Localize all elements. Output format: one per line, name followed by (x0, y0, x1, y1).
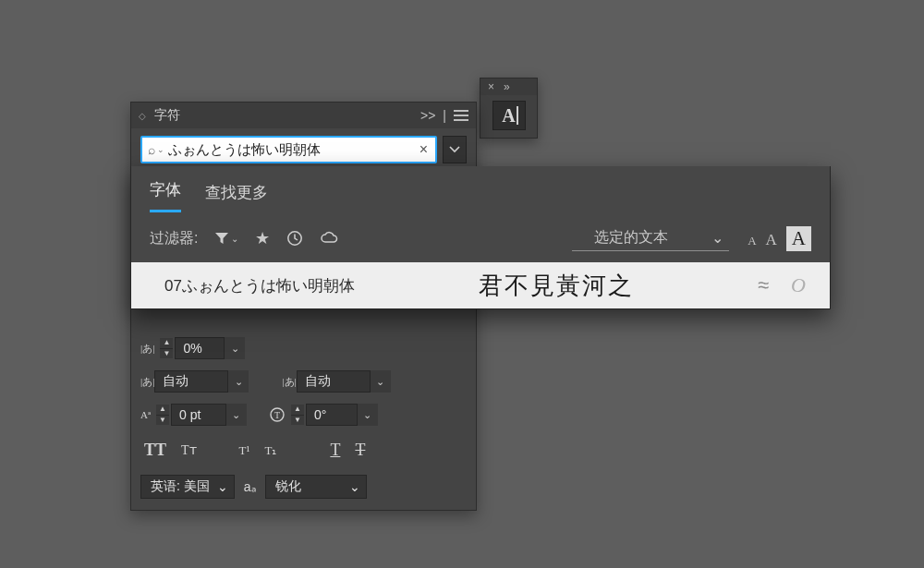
antialias-value: 锐化 (275, 478, 301, 495)
tab-find-more[interactable]: 查找更多 (205, 182, 268, 212)
antialias-select[interactable]: 锐化 ⌄ (265, 475, 367, 499)
tracking-menu[interactable]: ⌄ (371, 370, 391, 393)
kerning-icon: |あ| (140, 375, 154, 389)
collapse-icon[interactable]: >> (420, 108, 435, 123)
baseline-shift-control[interactable]: Aª ▲▼ 0 pt ⌄ (140, 404, 247, 426)
chevron-down-icon: ⌄ (711, 229, 723, 247)
kerning-value[interactable]: 自动 (154, 370, 228, 393)
preview-size-buttons: A A A (748, 226, 811, 251)
tool-letter: A (502, 105, 515, 127)
rotation-control[interactable]: T ▲▼ 0° ⌄ (269, 404, 378, 426)
chevron-down-icon: ⌄ (349, 479, 360, 494)
rotation-stepper[interactable]: ▲▼ (291, 405, 304, 425)
font-result-preview: 君不見黃河之 (479, 270, 730, 302)
language-value: 英语: 美国 (151, 478, 210, 495)
mini-tool-panel: × » A (480, 78, 538, 139)
panel-menu-icon[interactable] (454, 110, 468, 121)
tsume-stepper[interactable]: ▲▼ (160, 338, 173, 358)
language-select[interactable]: 英语: 美国 ⌄ (140, 475, 235, 499)
chevron-down-icon: ⌄ (231, 234, 238, 244)
drag-grip-icon[interactable]: ◇ (139, 111, 147, 121)
similar-fonts-icon[interactable]: ≈ (758, 273, 769, 297)
clear-icon[interactable]: × (416, 141, 432, 158)
preview-size-medium[interactable]: A (766, 231, 777, 249)
cloud-filter-icon[interactable] (320, 231, 338, 246)
tsume-menu[interactable]: ⌄ (225, 337, 245, 359)
filter-classification-button[interactable]: ⌄ (214, 231, 238, 246)
tracking-value[interactable]: 自动 (297, 370, 371, 393)
mini-panel-header[interactable]: × » (480, 79, 537, 95)
tab-fonts[interactable]: 字体 (150, 179, 181, 212)
rotation-menu[interactable]: ⌄ (358, 404, 378, 426)
search-icon: ⌕ (148, 142, 155, 157)
rotation-icon: T (269, 406, 286, 423)
font-result-item[interactable]: 07ふぉんとうは怖い明朝体 君不見黃河之 ≈ O (131, 262, 830, 308)
tracking-control[interactable]: |あ| 自动 ⌄ (282, 370, 390, 393)
close-icon[interactable]: × (488, 81, 494, 92)
font-results-list: 07ふぉんとうは怖い明朝体 君不見黃河之 ≈ O (131, 262, 830, 308)
tsume-control[interactable]: |あ| ▲▼ 0% ⌄ (140, 337, 245, 359)
chevron-down-icon: ⌄ (217, 479, 228, 494)
expand-icon[interactable]: » (504, 81, 510, 92)
character-tool-icon[interactable]: A (492, 101, 526, 130)
superscript-toggle[interactable]: T¹ (237, 441, 252, 460)
font-format-icon: O (791, 273, 806, 297)
type-style-toggles: TT Tᴛ T¹ T₁ T T (140, 439, 467, 462)
small-caps-toggle[interactable]: Tᴛ (179, 441, 199, 460)
baseline-menu[interactable]: ⌄ (226, 404, 247, 426)
baseline-stepper[interactable]: ▲▼ (156, 405, 169, 425)
preview-size-small[interactable]: A (748, 234, 756, 248)
strikethrough-toggle[interactable]: T (353, 439, 367, 462)
tsume-icon: |あ| (140, 342, 154, 356)
underline-toggle[interactable]: T (328, 439, 342, 462)
baseline-icon: Aª (140, 409, 151, 420)
font-family-search[interactable]: ⌕ ⌄ ふぉんとうは怖い明朝体 × (140, 136, 437, 163)
baseline-value[interactable]: 0 pt (171, 404, 226, 426)
antialias-icon: aₐ (244, 479, 256, 494)
kerning-control[interactable]: |あ| 自动 ⌄ (140, 370, 249, 393)
filter-row: 过滤器: ⌄ ★ 选定的文本 ⌄ A A A (131, 212, 830, 262)
subscript-toggle[interactable]: T₁ (262, 441, 278, 460)
font-dropdown-button[interactable] (443, 136, 467, 163)
font-result-name: 07ふぉんとうは怖い明朝体 (164, 275, 460, 296)
recent-filter-icon[interactable] (286, 230, 303, 247)
chevron-down-icon[interactable]: ⌄ (157, 145, 164, 154)
all-caps-toggle[interactable]: TT (142, 439, 168, 462)
favorites-filter-icon[interactable]: ★ (255, 228, 270, 248)
kerning-menu[interactable]: ⌄ (228, 370, 249, 393)
font-family-dropdown: 字体 查找更多 过滤器: ⌄ ★ 选定的文本 ⌄ A A A (130, 166, 831, 309)
panel-title: 字符 (154, 107, 180, 124)
divider-icon: | (443, 108, 446, 123)
preview-size-large[interactable]: A (786, 226, 811, 251)
font-tab-row: 字体 查找更多 (131, 166, 830, 212)
panel-header[interactable]: ◇ 字符 >> | (131, 103, 476, 128)
tracking-icon: |あ| (282, 375, 296, 389)
tsume-value[interactable]: 0% (175, 337, 225, 359)
font-family-value[interactable]: ふぉんとうは怖い明朝体 (168, 141, 416, 159)
svg-text:T: T (274, 410, 280, 420)
rotation-value[interactable]: 0° (306, 404, 358, 426)
filter-label: 过滤器: (150, 229, 198, 248)
preview-mode-value: 选定的文本 (594, 228, 668, 248)
preview-text-select[interactable]: 选定的文本 ⌄ (572, 225, 729, 251)
